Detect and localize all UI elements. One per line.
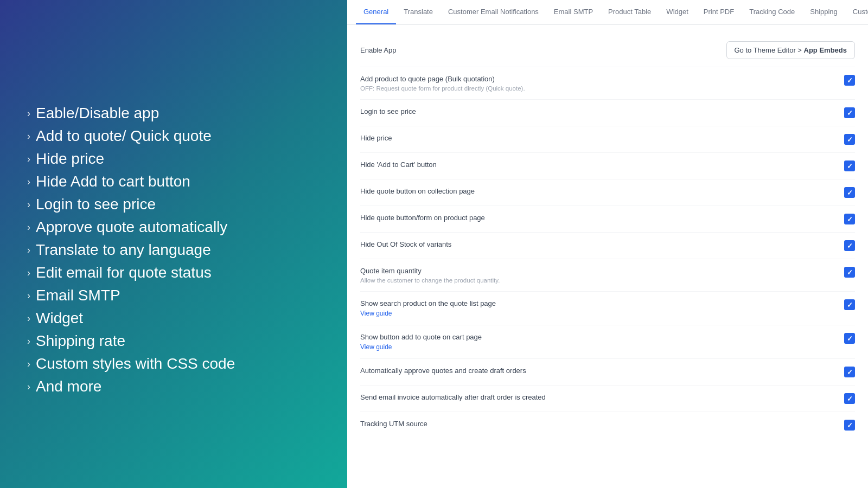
setting-row-auto-approve: Automatically approve quotes and create … bbox=[360, 359, 855, 386]
checkbox-add-product-quote[interactable] bbox=[844, 75, 855, 86]
feature-label: Translate to any language bbox=[36, 241, 211, 259]
left-panel: ›Eable/Disable app›Add to quote/ Quick q… bbox=[0, 0, 347, 488]
feature-label: Hide Add to cart button bbox=[36, 173, 190, 190]
setting-right-hide-quote-collection bbox=[844, 187, 855, 198]
setting-label-hide-add-to-cart: Hide 'Add to Cart' button bbox=[360, 160, 448, 169]
checkbox-hide-out-of-stock[interactable] bbox=[844, 240, 855, 251]
setting-label-text: Hide 'Add to Cart' button bbox=[360, 160, 437, 169]
setting-row-show-button-cart: Show button add to quote on cart pageVie… bbox=[360, 325, 855, 359]
tab-email-smtp[interactable]: Email SMTP bbox=[546, 0, 601, 24]
checkbox-hide-quote-product[interactable] bbox=[844, 214, 855, 224]
tab-general[interactable]: General bbox=[356, 0, 396, 24]
setting-label-text: Show search product on the quote list pa… bbox=[360, 299, 496, 307]
setting-label-text: Quote item quantity bbox=[360, 267, 422, 275]
tab-customer-email[interactable]: Customer Email Notifications bbox=[441, 0, 546, 24]
setting-label-text: Hide price bbox=[360, 134, 392, 142]
checkbox-hide-quote-collection[interactable] bbox=[844, 187, 855, 198]
chevron-icon: › bbox=[27, 245, 30, 256]
feature-item: ›Edit email for quote status bbox=[27, 264, 320, 281]
feature-item: ›Approve quote automatically bbox=[27, 219, 320, 236]
feature-label: Email SMTP bbox=[36, 287, 120, 304]
setting-label-text: Automatically approve quotes and create … bbox=[360, 367, 526, 375]
feature-item: ›Translate to any language bbox=[27, 241, 320, 259]
chevron-icon: › bbox=[27, 199, 30, 210]
setting-label-auto-approve: Automatically approve quotes and create … bbox=[360, 367, 537, 375]
checkbox-show-button-cart[interactable] bbox=[844, 333, 855, 344]
setting-label-hide-price: Hide price bbox=[360, 134, 403, 142]
checkbox-hide-price[interactable] bbox=[844, 134, 855, 145]
setting-label-text: Hide quote button on collection page bbox=[360, 187, 475, 195]
checkbox-auto-approve[interactable] bbox=[844, 367, 855, 377]
setting-right-show-button-cart bbox=[844, 333, 855, 344]
feature-label: Add to quote/ Quick quote bbox=[36, 127, 212, 145]
setting-label-hide-out-of-stock: Hide Out Of Stock of variants bbox=[360, 240, 462, 248]
tab-print-pdf[interactable]: Print PDF bbox=[696, 0, 742, 24]
tab-bar: GeneralTranslateCustomer Email Notificat… bbox=[347, 0, 868, 25]
feature-label: Eable/Disable app bbox=[36, 105, 159, 122]
settings-content: Enable AppGo to Theme Editor > App Embed… bbox=[347, 25, 868, 488]
right-panel: GeneralTranslateCustomer Email Notificat… bbox=[347, 0, 868, 488]
checkbox-login-to-see-price[interactable] bbox=[844, 107, 855, 118]
tab-tracking-code[interactable]: Tracking Code bbox=[742, 0, 802, 24]
setting-right-hide-price bbox=[844, 134, 855, 145]
setting-row-hide-quote-collection: Hide quote button on collection page bbox=[360, 179, 855, 206]
tab-translate[interactable]: Translate bbox=[396, 0, 441, 24]
setting-label-login-to-see-price: Login to see price bbox=[360, 107, 427, 115]
chevron-icon: › bbox=[27, 267, 30, 279]
setting-right-tracking-utm bbox=[844, 420, 855, 431]
setting-label-text: Send email invoice automatically after d… bbox=[360, 393, 546, 401]
checkbox-show-search-product[interactable] bbox=[844, 299, 855, 310]
feature-label: Login to see price bbox=[36, 196, 156, 213]
setting-row-login-to-see-price: Login to see price bbox=[360, 100, 855, 126]
feature-label: Widget bbox=[36, 310, 83, 327]
setting-row-quote-item-quantity: Quote item quantityAllow the customer to… bbox=[360, 259, 855, 292]
setting-sublabel: OFF: Request quote form for product dire… bbox=[360, 85, 525, 92]
feature-item: ›Add to quote/ Quick quote bbox=[27, 127, 320, 145]
setting-label-text: Add product to quote page (Bulk quotatio… bbox=[360, 75, 495, 83]
checkbox-tracking-utm[interactable] bbox=[844, 420, 855, 431]
setting-row-send-email-invoice: Send email invoice automatically after d… bbox=[360, 386, 855, 412]
feature-label: Hide price bbox=[36, 150, 104, 168]
setting-row-hide-quote-product: Hide quote button/form on product page bbox=[360, 206, 855, 233]
chevron-icon: › bbox=[27, 153, 30, 165]
checkbox-send-email-invoice[interactable] bbox=[844, 393, 855, 404]
setting-row-tracking-utm: Tracking UTM source bbox=[360, 412, 855, 438]
setting-label-quote-item-quantity: Quote item quantityAllow the customer to… bbox=[360, 267, 510, 284]
tab-product-table[interactable]: Product Table bbox=[601, 0, 659, 24]
setting-right-login-to-see-price bbox=[844, 107, 855, 118]
feature-item: ›Login to see price bbox=[27, 196, 320, 213]
setting-right-quote-item-quantity bbox=[844, 267, 855, 278]
setting-row-show-search-product: Show search product on the quote list pa… bbox=[360, 292, 855, 325]
setting-link-show-search-product[interactable]: View guide bbox=[360, 310, 496, 317]
setting-label-send-email-invoice: Send email invoice automatically after d… bbox=[360, 393, 557, 401]
checkbox-hide-add-to-cart[interactable] bbox=[844, 160, 855, 171]
setting-label-add-product-quote: Add product to quote page (Bulk quotatio… bbox=[360, 75, 536, 92]
setting-right-add-product-quote bbox=[844, 75, 855, 86]
setting-label-text: Login to see price bbox=[360, 107, 416, 115]
chevron-icon: › bbox=[27, 290, 30, 301]
setting-link-show-button-cart[interactable]: View guide bbox=[360, 343, 482, 351]
feature-item: ›Hide price bbox=[27, 150, 320, 168]
tab-shipping[interactable]: Shipping bbox=[802, 0, 845, 24]
feature-item: ›Eable/Disable app bbox=[27, 105, 320, 122]
setting-label-tracking-utm: Tracking UTM source bbox=[360, 420, 438, 428]
chevron-icon: › bbox=[27, 381, 30, 393]
setting-label-text: Hide Out Of Stock of variants bbox=[360, 240, 451, 248]
chevron-icon: › bbox=[27, 176, 30, 188]
theme-editor-button[interactable]: Go to Theme Editor > App Embeds bbox=[726, 41, 856, 59]
setting-right-auto-approve bbox=[844, 367, 855, 377]
feature-item: ›Widget bbox=[27, 310, 320, 327]
setting-right-hide-out-of-stock bbox=[844, 240, 855, 251]
setting-row-hide-price: Hide price bbox=[360, 126, 855, 153]
checkbox-quote-item-quantity[interactable] bbox=[844, 267, 855, 278]
chevron-icon: › bbox=[27, 336, 30, 347]
tab-widget[interactable]: Widget bbox=[659, 0, 695, 24]
feature-item: ›Hide Add to cart button bbox=[27, 173, 320, 190]
feature-label: Approve quote automatically bbox=[36, 219, 227, 236]
setting-sublabel: Allow the customer to change the product… bbox=[360, 277, 500, 284]
tab-custom-styles[interactable]: Custom Styles bbox=[845, 0, 868, 24]
setting-label-text: Hide quote button/form on product page bbox=[360, 214, 485, 222]
feature-label: Edit email for quote status bbox=[36, 264, 212, 281]
setting-right-hide-add-to-cart bbox=[844, 160, 855, 171]
setting-label-hide-quote-product: Hide quote button/form on product page bbox=[360, 214, 496, 222]
